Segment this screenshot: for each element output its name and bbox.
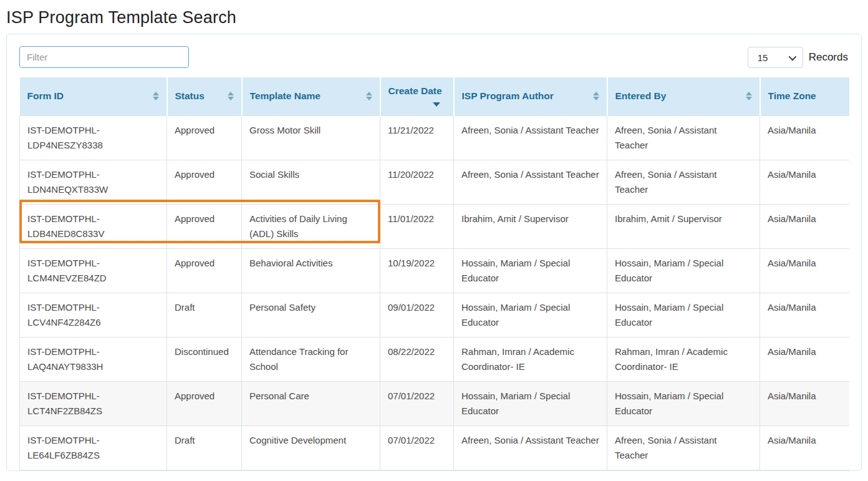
- page-title: ISP Program Template Search: [6, 8, 868, 27]
- cell-template-name: Activities of Daily Living (ADL) Skills: [242, 204, 380, 248]
- column-header-label: Entered By: [615, 90, 667, 102]
- cell-template-name: Personal Care: [242, 381, 380, 425]
- column-header-isp-program-author[interactable]: ISP Program Author: [454, 77, 607, 115]
- cell-status: Approved: [167, 115, 242, 160]
- cell-entered-by: Afreen, Sonia / Assistant Teacher: [607, 425, 760, 470]
- cell-time-zone: Asia/Manila: [760, 425, 850, 470]
- cell-form-id: IST-DEMOTPHL-LE64LF6ZB84ZS: [20, 425, 167, 470]
- column-header-time-zone[interactable]: Time Zone: [760, 77, 850, 115]
- column-header-form-id[interactable]: Form ID: [20, 77, 167, 115]
- table-row[interactable]: IST-DEMOTPHL-LAQ4NAYT9833HDiscontinuedAt…: [20, 337, 850, 381]
- records-per-page-value: 15: [758, 52, 768, 63]
- column-header-entered-by[interactable]: Entered By: [607, 77, 760, 115]
- toolbar: 15 Records: [7, 34, 861, 68]
- cell-time-zone: Asia/Manila: [760, 293, 850, 337]
- cell-status: Approved: [167, 160, 242, 204]
- cell-author: Afreen, Sonia / Assistant Teacher: [454, 160, 607, 204]
- search-results-panel: 15 Records Form ID: [6, 34, 862, 471]
- records-per-page-group: 15 Records: [748, 47, 848, 68]
- sort-icon: [153, 92, 159, 100]
- cell-template-name: Gross Motor Skill: [242, 115, 380, 160]
- cell-form-id: IST-DEMOTPHL-LDB4NED8C833V: [20, 204, 167, 248]
- cell-author: Hossain, Mariam / Special Educator: [454, 381, 607, 425]
- cell-time-zone: Asia/Manila: [760, 337, 850, 381]
- cell-template-name: Personal Safety: [242, 293, 380, 337]
- cell-status: Draft: [167, 293, 242, 337]
- cell-form-id: IST-DEMOTPHL-LDP4NESZY8338: [20, 115, 167, 160]
- cell-time-zone: Asia/Manila: [760, 160, 850, 204]
- chevron-down-icon: [788, 52, 796, 61]
- results-table-container: Form ID Status Template Name: [19, 77, 849, 470]
- sort-icon: [366, 92, 372, 100]
- cell-create-date: 08/22/2022: [380, 337, 454, 381]
- cell-time-zone: Asia/Manila: [760, 381, 850, 425]
- cell-template-name: Behavioral Activities: [242, 248, 380, 293]
- cell-time-zone: Asia/Manila: [760, 204, 850, 248]
- cell-template-name: Cognitive Development: [242, 425, 380, 470]
- cell-form-id: IST-DEMOTPHL-LCT4NF2ZB84ZS: [20, 381, 167, 425]
- table-row[interactable]: IST-DEMOTPHL-LDP4NESZY8338ApprovedGross …: [20, 115, 850, 160]
- column-header-label: Create Date: [388, 85, 446, 97]
- table-row[interactable]: IST-DEMOTPHL-LE64LF6ZB84ZSDraftCognitive…: [20, 425, 850, 470]
- cell-status: Approved: [167, 381, 242, 425]
- cell-time-zone: Asia/Manila: [760, 115, 850, 160]
- cell-template-name: Attendance Tracking for School: [242, 337, 380, 381]
- column-header-label: Form ID: [27, 90, 64, 102]
- cell-status: Approved: [167, 248, 242, 293]
- cell-form-id: IST-DEMOTPHL-LCM4NEVZE84ZD: [20, 248, 167, 293]
- sort-icon: [746, 92, 752, 100]
- cell-entered-by: Afreen, Sonia / Assistant Teacher: [607, 115, 760, 160]
- cell-author: Hossain, Mariam / Special Educator: [454, 293, 607, 337]
- sort-icon: [228, 92, 234, 100]
- table-row[interactable]: IST-DEMOTPHL-LDN4NEQXT833WApprovedSocial…: [20, 160, 850, 204]
- table-row[interactable]: IST-DEMOTPHL-LCT4NF2ZB84ZSApprovedPerson…: [20, 381, 850, 425]
- cell-create-date: 10/19/2022: [380, 248, 454, 293]
- cell-create-date: 11/20/2022: [380, 160, 454, 204]
- cell-create-date: 11/21/2022: [380, 115, 454, 160]
- column-header-create-date[interactable]: Create Date: [380, 77, 454, 115]
- column-header-label: ISP Program Author: [462, 90, 554, 102]
- cell-author: Ibrahim, Amit / Supervisor: [454, 204, 607, 248]
- cell-entered-by: Afreen, Sonia / Assistant Teacher: [607, 160, 760, 204]
- column-header-status[interactable]: Status: [167, 77, 242, 115]
- column-header-label: Time Zone: [768, 90, 816, 102]
- cell-entered-by: Hossain, Mariam / Special Educator: [607, 293, 760, 337]
- table-row[interactable]: IST-DEMOTPHL-LCV4NF4Z284Z6DraftPersonal …: [20, 293, 850, 337]
- table-header-row: Form ID Status Template Name: [20, 77, 850, 115]
- column-header-label: Status: [175, 90, 205, 102]
- cell-create-date: 07/01/2022: [380, 425, 454, 470]
- cell-status: Approved: [167, 204, 242, 248]
- cell-entered-by: Rahman, Imran / Academic Coordinator- IE: [607, 337, 760, 381]
- filter-input[interactable]: [19, 46, 189, 68]
- cell-status: Discontinued: [167, 337, 242, 381]
- results-table: Form ID Status Template Name: [19, 77, 849, 470]
- cell-create-date: 09/01/2022: [380, 293, 454, 337]
- table-row[interactable]: IST-DEMOTPHL-LCM4NEVZE84ZDApprovedBehavi…: [20, 248, 850, 293]
- cell-status: Draft: [167, 425, 242, 470]
- cell-entered-by: Hossain, Mariam / Special Educator: [607, 381, 760, 425]
- cell-form-id: IST-DEMOTPHL-LDN4NEQXT833W: [20, 160, 167, 204]
- cell-author: Hossain, Mariam / Special Educator: [454, 248, 607, 293]
- cell-author: Afreen, Sonia / Assistant Teacher: [454, 115, 607, 160]
- column-header-label: Template Name: [250, 90, 321, 102]
- sort-icon: [593, 92, 599, 100]
- sort-desc-icon: [433, 102, 440, 107]
- cell-form-id: IST-DEMOTPHL-LAQ4NAYT9833H: [20, 337, 167, 381]
- column-header-template-name[interactable]: Template Name: [242, 77, 380, 115]
- cell-entered-by: Ibrahim, Amit / Supervisor: [607, 204, 760, 248]
- cell-create-date: 11/01/2022: [380, 204, 454, 248]
- table-row[interactable]: IST-DEMOTPHL-LDB4NED8C833VApprovedActivi…: [20, 204, 850, 248]
- cell-author: Afreen, Sonia / Assistant Teacher: [454, 425, 607, 470]
- records-label: Records: [809, 51, 848, 64]
- records-per-page-select[interactable]: 15: [748, 47, 803, 68]
- cell-template-name: Social Skills: [242, 160, 380, 204]
- cell-create-date: 07/01/2022: [380, 381, 454, 425]
- cell-author: Rahman, Imran / Academic Coordinator- IE: [454, 337, 607, 381]
- cell-form-id: IST-DEMOTPHL-LCV4NF4Z284Z6: [20, 293, 167, 337]
- cell-entered-by: Hossain, Mariam / Special Educator: [607, 248, 760, 293]
- cell-time-zone: Asia/Manila: [760, 248, 850, 293]
